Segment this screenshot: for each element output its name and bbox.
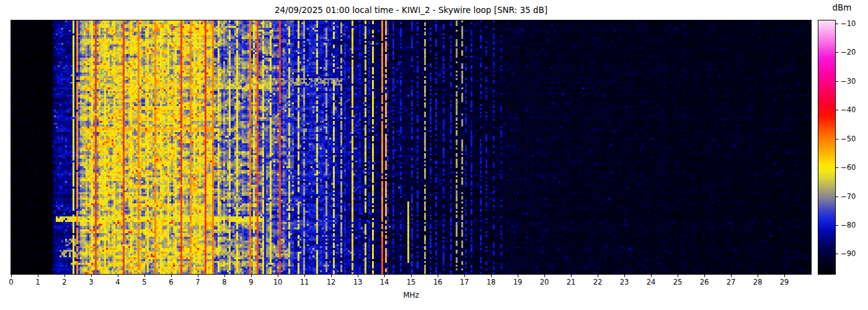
x-tick-label: 26 [700,278,709,286]
x-tick-mark [624,275,625,277]
x-tick-mark [651,275,652,277]
x-tick-mark [144,275,145,277]
colorbar-tick-mark [836,225,838,226]
x-tick-mark [544,275,545,277]
colorbar-tick-label: −50 [841,135,856,143]
waterfall-canvas [11,20,811,274]
x-axis-label: MHz [11,291,811,299]
colorbar-tick-label: −10 [841,19,856,28]
x-tick-label: 18 [487,278,496,286]
colorbar-tick-mark [836,52,838,53]
x-tick-mark [704,275,705,277]
x-tick-mark [464,275,465,277]
x-tick-label: 3 [89,278,93,286]
x-tick-label: 28 [753,278,763,286]
x-tick-mark [91,275,92,277]
x-tick-label: 23 [620,278,629,286]
colorbar [818,20,836,275]
x-tick-mark [384,275,385,277]
spectrogram-figure: 24/09/2025 01:00 local time - KIWI_2 - S… [0,0,868,310]
colorbar-tick-mark [836,139,838,140]
x-tick-mark [64,275,65,277]
x-tick-label: 17 [460,278,469,286]
x-tick-mark [358,275,358,277]
x-tick-label: 5 [142,278,146,286]
x-tick-label: 2 [62,278,66,286]
x-tick-mark [598,275,598,277]
x-tick-label: 8 [222,278,226,286]
x-tick-mark [251,275,252,277]
x-tick-label: 10 [273,278,283,286]
x-tick-label: 4 [115,278,120,286]
x-tick-label: 29 [780,278,789,286]
x-tick-mark [571,275,572,277]
colorbar-tick-label: −70 [841,192,856,201]
colorbar-tick-mark [836,167,838,168]
x-tick-label: 22 [593,278,603,286]
colorbar-tick-label: −80 [841,221,856,229]
x-tick-mark [731,275,732,277]
x-tick-label: 14 [380,278,389,286]
colorbar-tick-label: −90 [841,249,856,258]
colorbar-gradient [818,20,835,274]
x-tick-label: 20 [540,278,549,286]
colorbar-tick-label: −20 [841,48,856,56]
colorbar-tick-label: −40 [841,105,856,114]
colorbar-tick-label: −30 [841,77,856,86]
x-tick-mark [678,275,678,277]
x-tick-label: 12 [327,278,336,286]
x-tick-mark [118,275,118,277]
x-tick-label: 11 [300,278,309,286]
x-tick-label: 25 [673,278,683,286]
colorbar-tick-mark [836,197,838,197]
x-tick-label: 9 [249,278,253,286]
x-tick-mark [198,275,198,277]
x-tick-label: 1 [35,278,40,286]
colorbar-tick-mark [836,81,838,82]
colorbar-tick-mark [836,24,838,24]
x-tick-mark [411,275,412,277]
colorbar-tick-mark [836,254,838,254]
x-tick-label: 21 [567,278,576,286]
colorbar-tick-label: −60 [841,163,856,172]
x-tick-mark [438,275,438,277]
x-tick-mark [38,275,38,277]
colorbar-unit-label: dBm [818,2,866,12]
x-tick-label: 6 [169,278,173,286]
x-tick-label: 13 [353,278,363,286]
x-tick-mark [224,275,225,277]
x-tick-mark [518,275,518,277]
x-tick-mark [331,275,332,277]
x-tick-mark [278,275,278,277]
plot-frame [11,20,812,275]
x-tick-mark [784,275,785,277]
x-tick-label: 16 [433,278,443,286]
x-tick-label: 7 [195,278,200,286]
x-tick-label: 27 [727,278,736,286]
plot-title: 24/09/2025 01:00 local time - KIWI_2 - S… [11,5,811,15]
x-tick-label: 24 [647,278,656,286]
x-tick-mark [304,275,305,277]
x-tick-mark [491,275,492,277]
x-tick-mark [11,275,12,277]
colorbar-tick-mark [836,110,838,110]
x-tick-label: 19 [513,278,523,286]
x-tick-label: 15 [407,278,416,286]
x-tick-mark [171,275,172,277]
x-tick-mark [758,275,758,277]
x-tick-label: 0 [9,278,13,286]
